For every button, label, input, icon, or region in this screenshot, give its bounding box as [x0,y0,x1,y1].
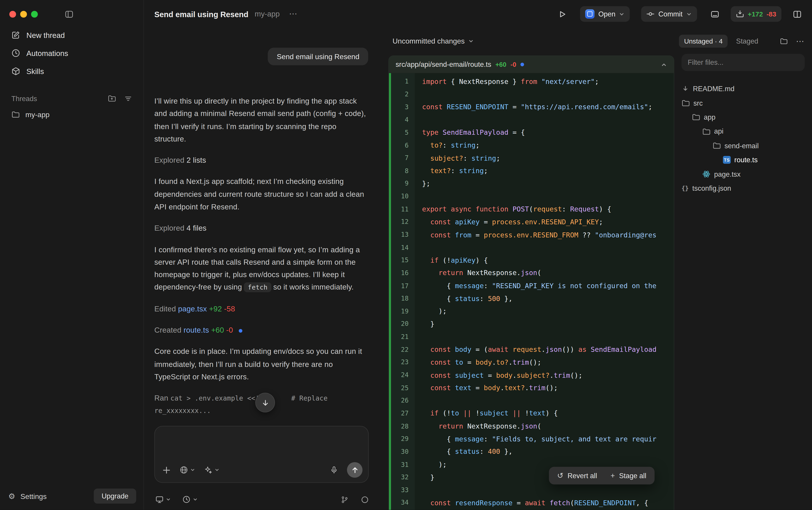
split-view-icon[interactable] [793,9,802,18]
diff-stats-badge[interactable]: +172 -83 [730,6,781,22]
tree-item-label: src [693,99,702,107]
code-line: 23 const to = body.to?.trim(); [389,356,674,369]
uncommitted-changes-dropdown[interactable]: Uncommitted changes [392,32,474,50]
open-app-icon [585,9,595,19]
sidebar-toggle-icon[interactable] [65,10,73,19]
deletions-count: -83 [766,10,776,18]
topbar: Send email using Resend my-app ⋯ Open Co… [144,0,812,28]
tree-item[interactable]: page.tsx [682,167,810,181]
stage-all-label: Stage all [619,472,646,479]
sidebar-item-new-thread[interactable]: New thread [6,26,138,44]
chevron-down-icon [619,11,625,17]
sidebar-bottom: ⚙ Settings Upgrade [8,488,136,504]
unstaged-tab[interactable]: Unstaged · 4 [679,34,728,47]
code-line: 2 [389,88,674,101]
skills-cube-icon [11,67,20,76]
file-edit-line[interactable]: Created route.ts +60 -0 [154,324,369,337]
file-edit-line[interactable]: Edited page.tsx +92 -58 [154,302,369,315]
tool-status-detail: 2 lists [186,156,206,164]
scroll-to-bottom-button[interactable] [255,393,275,412]
open-button[interactable]: Open [580,6,630,22]
commit-button[interactable]: Commit [641,6,697,22]
tree-item-label: route.ts [734,156,758,164]
code-line: 6 to?: string; [389,139,674,152]
collapse-chevron-up-icon[interactable] [661,61,667,68]
diff-file-path: src/app/api/send-email/route.ts [396,61,491,68]
message-composer[interactable] [154,426,369,483]
minimize-window-button[interactable] [20,11,27,18]
assistant-paragraph: I confirmed there’s no existing email fl… [154,243,369,293]
environment-selector[interactable] [180,466,195,474]
device-selector[interactable] [155,495,171,504]
tree-item-label: README.md [693,85,734,93]
zoom-window-button[interactable] [31,11,38,18]
file-additions: +60 [211,326,224,334]
code-line: 25 const text = body.text?.trim(); [389,381,674,394]
context-ring-icon[interactable] [361,495,368,503]
tree-item-label: page.tsx [714,170,741,178]
assistant-transcript: I’ll wire this up directly in the projec… [154,95,369,427]
tool-status-label: Explored [154,156,184,164]
chevron-down-icon [686,11,692,17]
tree-item[interactable]: src [682,96,810,110]
chevron-down-icon [214,468,220,473]
file-link[interactable]: route.ts [184,326,209,334]
collapse-folders-icon[interactable] [780,37,788,45]
settings-button[interactable]: ⚙ Settings [8,492,47,500]
diff-file-card: src/app/api/send-email/route.ts +60 -0 1… [388,56,674,510]
git-branch-icon[interactable] [341,495,349,503]
tree-item[interactable]: send-email [682,139,810,153]
history-clock-icon [182,495,190,504]
file-deletions: -0 [226,326,233,334]
sidebar-item-skills[interactable]: Skills [6,62,138,80]
revert-all-button[interactable]: ↺ Revert all [557,472,597,479]
tool-status-line[interactable]: Explored 4 files [154,222,369,234]
tool-status-line[interactable]: Explored 2 lists [154,154,369,167]
changes-tray-icon [736,10,744,18]
thread-item-my-app[interactable]: my-app [6,106,138,123]
user-message-bubble: Send email using Resend [268,48,368,65]
console-panel-icon[interactable] [711,9,719,18]
send-message-button[interactable] [347,462,362,478]
code-line: 26 [389,394,674,407]
command-text: cat > .env.example <<'EO [170,394,267,402]
filter-files-input[interactable] [682,54,805,71]
diff-file-header[interactable]: src/app/api/send-email/route.ts +60 -0 [389,56,674,73]
app-window: New thread Automations Skills Threads [0,0,812,510]
attach-plus-icon[interactable] [162,465,171,474]
upgrade-button[interactable]: Upgrade [94,488,136,504]
message-input[interactable] [163,433,360,458]
model-selector[interactable] [204,466,220,474]
microphone-icon[interactable] [330,466,338,474]
file-deletions: -58 [224,305,235,313]
tree-item-label: send-email [724,142,759,150]
code-line: 28 return NextResponse.json( [389,420,674,433]
file-additions: +92 [209,305,222,313]
staged-tab[interactable]: Staged [736,37,758,45]
close-window-button[interactable] [9,11,16,18]
assistant-paragraph: I’ll wire this up directly in the projec… [154,95,369,145]
new-folder-icon[interactable] [108,94,116,103]
code-line: 12 const apiKey = process.env.RESEND_API… [389,216,674,228]
modified-dot [520,63,524,66]
thread-more-icon[interactable]: ⋯ [289,10,298,18]
tree-item[interactable]: {}tsconfig.json [682,181,810,195]
filter-threads-icon[interactable] [124,94,132,102]
tree-item[interactable]: api [682,124,810,139]
file-link[interactable]: page.tsx [178,305,207,313]
tree-item[interactable]: README.md [682,82,810,96]
sparkle-model-icon [204,466,212,474]
history-selector[interactable] [182,495,198,504]
code-line: 5type SendEmailPayload = { [389,126,674,139]
chevron-down-icon [468,38,474,44]
sidebar-item-automations[interactable]: Automations [6,44,138,62]
tree-item[interactable]: app [682,110,810,124]
tree-item[interactable]: TSroute.ts [682,153,810,167]
more-icon[interactable]: ⋯ [796,36,805,46]
stage-all-button[interactable]: + Stage all [610,472,646,479]
settings-label: Settings [21,492,47,500]
automations-clock-icon [11,49,20,58]
run-play-icon[interactable] [558,9,567,18]
sidebar-item-label: Skills [26,67,44,75]
folder-icon [692,113,700,122]
